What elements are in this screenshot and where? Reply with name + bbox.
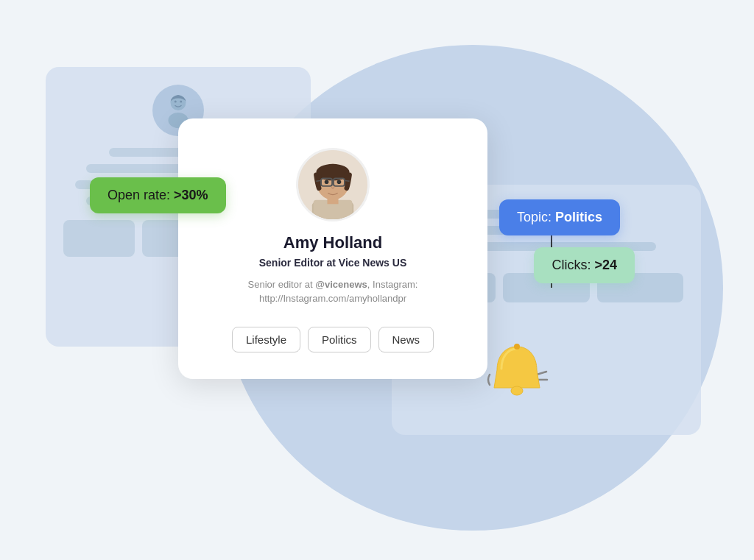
topic-label: Topic: <box>517 210 555 224</box>
tag-news[interactable]: News <box>378 327 434 352</box>
svg-line-20 <box>537 372 546 375</box>
svg-point-22 <box>511 386 523 395</box>
tags-container: Lifestyle Politics News <box>205 327 461 352</box>
clicks-value: >24 <box>594 258 617 272</box>
svg-point-14 <box>337 180 342 184</box>
svg-point-13 <box>325 180 329 184</box>
tag-politics[interactable]: Politics <box>308 327 371 352</box>
svg-point-2 <box>175 100 177 102</box>
topic-value: Politics <box>555 210 602 224</box>
open-rate-value: >30% <box>174 188 208 202</box>
avatar-image <box>298 150 367 219</box>
scene: Amy Holland Senior Editor at Vice News U… <box>46 23 708 538</box>
profile-title: Senior Editor at Vice News US <box>205 257 461 269</box>
clicks-badge: Clicks: >24 <box>534 247 635 283</box>
svg-point-3 <box>180 100 182 102</box>
open-rate-badge: Open rate: >30% <box>90 177 226 213</box>
svg-line-19 <box>345 180 350 181</box>
bell-icon <box>484 339 550 417</box>
topic-badge: Topic: Politics <box>499 199 620 235</box>
clicks-label: Clicks: <box>552 258 594 272</box>
tag-lifestyle[interactable]: Lifestyle <box>232 327 300 352</box>
open-rate-label: Open rate: <box>108 188 174 202</box>
profile-name: Amy Holland <box>205 233 461 252</box>
profile-card: Amy Holland Senior Editor at Vice News U… <box>178 118 487 379</box>
back-left-rect-1 <box>63 220 135 257</box>
profile-bio: Senior editor at @vicenews, Instagram: h… <box>205 277 461 306</box>
avatar <box>296 148 370 221</box>
svg-rect-23 <box>514 344 520 350</box>
svg-line-18 <box>316 180 321 181</box>
